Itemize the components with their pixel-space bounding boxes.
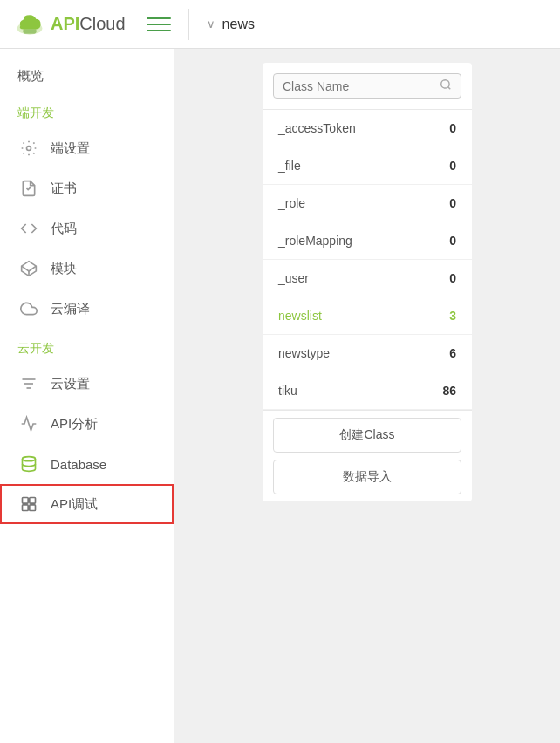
sidebar-label-zhengshu: 证书 xyxy=(51,181,77,197)
class-name: newstype xyxy=(278,346,330,360)
class-count: 6 xyxy=(449,346,456,360)
class-name: _accessToken xyxy=(278,121,356,135)
sidebar-label-apifenxi: API分析 xyxy=(51,416,98,433)
sidebar-label-yunshezhi: 云设置 xyxy=(51,376,90,392)
svg-rect-8 xyxy=(23,498,29,504)
class-name: _file xyxy=(278,159,301,173)
sidebar-label-apitiaoshi: API调试 xyxy=(51,496,98,513)
class-list: _accessToken0_file0_role0_roleMapping0_u… xyxy=(263,110,472,410)
class-count: 0 xyxy=(449,159,456,173)
sidebar-section-client: 端开发 xyxy=(0,93,174,128)
search-input[interactable] xyxy=(283,79,434,93)
class-list-item[interactable]: _user0 xyxy=(263,260,472,297)
class-name: _role xyxy=(278,196,305,210)
code-icon xyxy=(19,219,38,238)
create-class-button[interactable]: 创建Class xyxy=(273,418,461,453)
class-name: newslist xyxy=(278,309,322,323)
search-bar xyxy=(263,63,472,110)
search-input-wrapper[interactable] xyxy=(273,73,461,99)
svg-rect-9 xyxy=(30,498,36,504)
menu-toggle-button[interactable] xyxy=(147,12,171,37)
breadcrumb-current: news xyxy=(222,17,255,32)
class-name: _roleMapping xyxy=(278,234,352,248)
chart-icon xyxy=(19,414,38,433)
logo-text: APICloud xyxy=(51,14,126,34)
main-layout: 概览 端开发 端设置 证书 xyxy=(0,49,560,743)
cloud-icon xyxy=(19,299,38,318)
sidebar-section-cloud: 云开发 xyxy=(0,329,174,364)
sidebar-item-database[interactable]: Database xyxy=(0,444,174,484)
sidebar: 概览 端开发 端设置 证书 xyxy=(0,49,174,743)
class-count: 0 xyxy=(449,196,456,210)
class-count: 0 xyxy=(449,271,456,285)
gear-icon xyxy=(19,139,38,158)
svg-rect-10 xyxy=(23,505,29,511)
sidebar-label-yunbianyi: 云编译 xyxy=(51,301,90,317)
class-count: 0 xyxy=(449,234,456,248)
module-icon xyxy=(19,259,38,278)
svg-line-13 xyxy=(448,87,451,90)
class-count: 0 xyxy=(449,121,456,135)
class-list-item[interactable]: newslist3 xyxy=(263,297,472,335)
breadcrumb-arrow: ∨ xyxy=(207,17,215,31)
logo-icon xyxy=(14,9,45,40)
database-icon xyxy=(19,454,38,474)
api-debug-icon xyxy=(19,494,38,514)
sidebar-item-yunbianyi[interactable]: 云编译 xyxy=(0,289,174,329)
sidebar-item-yunshezhi[interactable]: 云设置 xyxy=(0,364,174,404)
svg-point-7 xyxy=(23,457,36,461)
import-data-button[interactable]: 数据导入 xyxy=(273,460,461,494)
sidebar-label-mokuai: 模块 xyxy=(51,261,77,277)
class-panel: _accessToken0_file0_role0_roleMapping0_u… xyxy=(263,63,472,501)
class-count: 86 xyxy=(442,384,456,398)
cloud-settings-icon xyxy=(19,374,38,393)
class-list-item[interactable]: _file0 xyxy=(263,147,472,185)
class-list-item[interactable]: _roleMapping0 xyxy=(263,222,472,260)
app-header: APICloud ∨ news xyxy=(0,0,560,49)
header-divider xyxy=(188,9,189,40)
class-count: 3 xyxy=(449,309,456,323)
svg-rect-11 xyxy=(30,505,36,511)
class-name: _user xyxy=(278,271,309,285)
class-list-item[interactable]: newstype6 xyxy=(263,335,472,372)
logo: APICloud xyxy=(14,9,126,40)
sidebar-label-duanshezhi: 端设置 xyxy=(51,140,90,157)
cert-icon xyxy=(19,179,38,198)
svg-point-1 xyxy=(27,147,31,151)
search-icon xyxy=(440,78,452,93)
sidebar-item-duanshezhi[interactable]: 端设置 xyxy=(0,128,174,168)
panel-footer: 创建Class 数据导入 xyxy=(263,410,472,501)
sidebar-item-zhengshu[interactable]: 证书 xyxy=(0,168,174,208)
sidebar-item-daima[interactable]: 代码 xyxy=(0,208,174,249)
sidebar-label-daima: 代码 xyxy=(51,221,77,237)
sidebar-item-mokuai[interactable]: 模块 xyxy=(0,249,174,289)
sidebar-item-apifenxi[interactable]: API分析 xyxy=(0,404,174,444)
sidebar-label-database: Database xyxy=(51,457,106,472)
sidebar-item-overview[interactable]: 概览 xyxy=(0,59,174,93)
svg-point-12 xyxy=(441,80,449,88)
breadcrumb: ∨ news xyxy=(207,17,255,32)
class-name: tiku xyxy=(278,384,297,398)
class-list-item[interactable]: _accessToken0 xyxy=(263,110,472,147)
class-list-item[interactable]: _role0 xyxy=(263,185,472,222)
sidebar-item-apitiaoshi[interactable]: API调试 xyxy=(0,484,174,524)
content-area: _accessToken0_file0_role0_roleMapping0_u… xyxy=(174,49,560,743)
class-list-item[interactable]: tiku86 xyxy=(263,372,472,410)
